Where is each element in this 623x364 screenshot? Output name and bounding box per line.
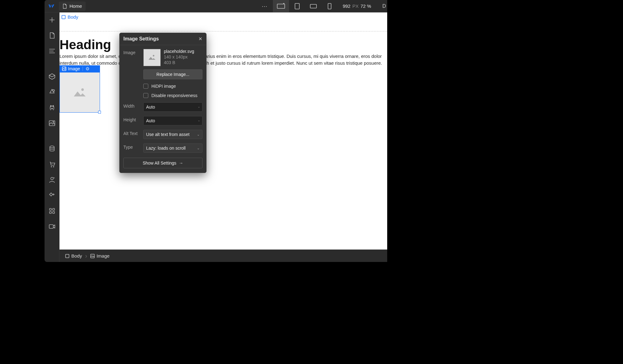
svg-rect-15: [50, 212, 51, 213]
video-icon[interactable]: [48, 222, 56, 231]
image-icon: [62, 67, 66, 71]
breakpoint-tablet[interactable]: [289, 0, 305, 12]
canvas-divider: [59, 31, 387, 31]
apps-icon[interactable]: [48, 207, 56, 215]
unit-indicator[interactable]: -: [198, 118, 200, 123]
design-mode-label: D: [382, 3, 386, 9]
components-icon[interactable]: [48, 72, 56, 81]
viewport-unit: PX: [352, 3, 359, 9]
svg-rect-4: [328, 3, 331, 9]
unit-indicator[interactable]: -: [198, 105, 200, 110]
responsive-checkbox-row[interactable]: Disable responsiveness: [123, 93, 202, 98]
show-all-settings-button[interactable]: Show All Settings →: [123, 158, 202, 168]
svg-point-8: [51, 108, 52, 109]
hidpi-checkbox-row[interactable]: HiDPI image: [123, 84, 202, 89]
type-field: Type Lazy: loads on scroll ⌄: [123, 143, 202, 153]
svg-point-12: [51, 177, 53, 180]
image-settings-popover: Image Settings ✕ Image placeholder.svg 1…: [119, 33, 207, 173]
canvas-wrap: Body Heading Lorem ipsum dolor sit amet,…: [59, 12, 387, 262]
left-rail: [45, 12, 59, 262]
field-label-type: Type: [123, 143, 140, 150]
load-type-value: Lazy: loads on scroll: [146, 146, 186, 151]
svg-point-10: [53, 122, 54, 123]
image-thumbnail[interactable]: [143, 49, 161, 66]
selected-image-element[interactable]: Image: [59, 65, 100, 113]
ecommerce-icon[interactable]: [48, 160, 56, 169]
height-input[interactable]: Auto -: [143, 116, 202, 125]
design-mode-toggle[interactable]: D: [382, 3, 386, 9]
logic-icon[interactable]: [48, 191, 56, 200]
popover-header: Image Settings ✕: [120, 33, 206, 45]
image-field: Image placeholder.svg 140 x 140px 403 B …: [123, 49, 202, 79]
page-selector[interactable]: Home: [59, 2, 86, 11]
breakpoint-mobile[interactable]: [321, 0, 338, 12]
svg-point-20: [65, 68, 65, 68]
alt-text-field: Alt Text Use alt text from asset ⌄: [123, 130, 202, 139]
main-row: Body Heading Lorem ipsum dolor sit amet,…: [45, 12, 387, 262]
placeholder-image-icon: [73, 87, 86, 98]
height-field: Height Auto -: [123, 116, 202, 125]
design-canvas[interactable]: Body Heading Lorem ipsum dolor sit amet,…: [59, 12, 387, 250]
image-placeholder[interactable]: [59, 72, 100, 113]
breadcrumb-bar: Body › Image: [59, 250, 387, 262]
body-chip-label: Body: [68, 14, 78, 20]
image-dimensions: 140 x 140px: [164, 54, 194, 59]
body-element-chip[interactable]: Body: [61, 14, 78, 20]
checkbox-icon[interactable]: [143, 84, 148, 89]
svg-rect-25: [91, 254, 94, 258]
load-type-select[interactable]: Lazy: loads on scroll ⌄: [143, 143, 202, 153]
zoom-level: 72 %: [360, 3, 371, 9]
breakpoint-desktop-large[interactable]: [273, 0, 289, 12]
svg-rect-3: [310, 4, 316, 8]
pages-icon[interactable]: [48, 31, 56, 40]
arrow-right-icon: →: [179, 161, 183, 166]
height-value: Auto: [146, 118, 155, 123]
width-input[interactable]: Auto -: [143, 102, 202, 112]
heading-element[interactable]: Heading: [59, 37, 111, 52]
svg-point-7: [52, 106, 53, 107]
variables-icon[interactable]: [48, 88, 56, 96]
field-label-alt: Alt Text: [123, 130, 140, 136]
field-label-height: Height: [123, 116, 140, 122]
breakpoint-group: [273, 0, 338, 12]
popover-title: Image Settings: [123, 36, 159, 42]
body-icon: [65, 254, 69, 258]
viewport-width: 992: [343, 3, 350, 9]
image-filename: placeholder.svg: [164, 49, 194, 54]
replace-image-button[interactable]: Replace Image...: [143, 69, 202, 79]
more-menu-icon[interactable]: ⋯: [259, 3, 271, 10]
add-element-icon[interactable]: [48, 16, 56, 24]
users-icon[interactable]: [48, 175, 56, 184]
placeholder-image-icon: [148, 54, 156, 61]
show-all-label: Show All Settings: [143, 161, 176, 166]
image-filesize: 403 B: [164, 60, 194, 65]
breadcrumb-image[interactable]: Image: [87, 252, 113, 260]
viewport-readout[interactable]: 992 PX 72 %: [343, 3, 371, 9]
breadcrumb-body[interactable]: Body: [61, 252, 86, 260]
checkbox-icon[interactable]: [143, 93, 148, 98]
assets-icon[interactable]: [48, 119, 56, 128]
app-shell: Home ⋯ 992 PX 72 % D: [45, 0, 387, 262]
image-icon: [90, 254, 95, 258]
chevron-down-icon: ⌄: [197, 146, 200, 150]
breakpoint-landscape[interactable]: [305, 0, 321, 12]
breadcrumb-label: Body: [71, 253, 82, 259]
close-icon[interactable]: ✕: [198, 36, 202, 42]
chevron-down-icon: ⌄: [197, 133, 200, 137]
paragraph-element[interactable]: Lorem ipsum dolor sit amet, consectetur …: [59, 53, 387, 67]
style-selectors-icon[interactable]: [48, 103, 56, 112]
alt-text-value: Use alt text from asset: [146, 132, 189, 137]
cms-icon[interactable]: [48, 144, 56, 153]
width-field: Width Auto -: [123, 102, 202, 112]
element-settings-icon[interactable]: [83, 67, 92, 71]
svg-rect-16: [53, 212, 55, 213]
alt-text-select[interactable]: Use alt text from asset ⌄: [143, 130, 202, 139]
webflow-logo-icon[interactable]: [46, 1, 57, 12]
image-element-chip[interactable]: Image: [59, 65, 100, 72]
navigator-icon[interactable]: [48, 47, 56, 55]
body-icon: [61, 15, 66, 19]
hidpi-label: HiDPI image: [151, 84, 176, 89]
svg-point-1: [283, 3, 284, 4]
svg-rect-19: [62, 67, 66, 71]
image-metadata: placeholder.svg 140 x 140px 403 B: [164, 49, 194, 66]
